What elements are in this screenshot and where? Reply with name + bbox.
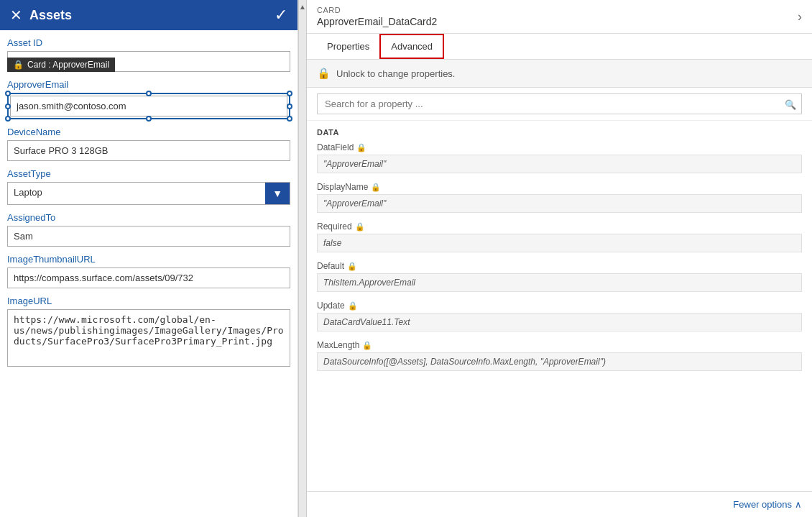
label-approverEmail: ApproverEmail <box>7 79 290 90</box>
right-footer: Fewer options ∧ <box>307 491 812 517</box>
middle-scrollbar: ▲ <box>298 0 307 517</box>
prop-label-required: Required 🔒 <box>317 221 802 232</box>
default-lock-icon: 🔒 <box>347 262 357 271</box>
lock-icon: 🔒 <box>317 67 331 80</box>
label-imageThumbnailURL: ImageThumbnailURL <box>7 254 290 265</box>
prop-maxLength: MaxLength 🔒 DataSourceInfo([@Assets], Da… <box>317 340 802 371</box>
label-assetType: AssetType <box>7 168 290 179</box>
handle-ml[interactable] <box>5 104 11 109</box>
input-approverEmail[interactable] <box>10 96 287 116</box>
left-content: Asset ID 🔒 Card : ApproverEmail Approver… <box>0 30 297 517</box>
handle-bc[interactable] <box>146 116 152 122</box>
maxLength-lock-icon: 🔒 <box>362 341 372 350</box>
displayName-lock-icon: 🔒 <box>371 183 381 192</box>
assetType-value: Laptop <box>8 183 265 204</box>
input-assignedTo[interactable] <box>7 226 290 247</box>
prop-label-default: Default 🔒 <box>317 261 802 271</box>
prop-value-maxLength: DataSourceInfo([@Assets], DataSourceInfo… <box>317 352 802 371</box>
field-imageURL: ImageURL https://www.microsoft.com/globa… <box>7 296 290 369</box>
close-button[interactable]: ✕ <box>10 8 22 22</box>
tooltip-text: Card : ApproverEmail <box>27 60 109 70</box>
prop-displayName: DisplayName 🔒 "ApproverEmail" <box>317 182 802 213</box>
data-section-label: DATA <box>317 128 802 137</box>
textarea-imageURL[interactable]: https://www.microsoft.com/global/en-us/n… <box>7 309 290 367</box>
update-lock-icon: 🔒 <box>348 301 358 311</box>
tooltip-lock-icon: 🔒 <box>13 60 24 70</box>
fewer-options-button[interactable]: Fewer options ∧ <box>733 499 802 510</box>
handle-tc[interactable] <box>146 91 152 96</box>
right-tabs: Properties Advanced <box>307 34 812 60</box>
search-icon: 🔍 <box>785 99 796 109</box>
prop-label-displayName: DisplayName 🔒 <box>317 182 802 192</box>
field-assignedTo: AssignedTo <box>7 212 290 247</box>
label-imageURL: ImageURL <box>7 296 290 306</box>
lock-text: Unlock to change properties. <box>336 68 455 79</box>
left-header-title: ✕ Assets <box>10 8 72 23</box>
nav-chevron-icon[interactable]: › <box>798 9 802 24</box>
left-panel: ✕ Assets ✓ Asset ID 🔒 Card : ApproverEma… <box>0 0 298 517</box>
left-header: ✕ Assets ✓ <box>0 0 297 30</box>
tab-properties[interactable]: Properties <box>317 34 379 59</box>
search-bar-container: 🔍 <box>307 88 812 121</box>
handle-bl[interactable] <box>5 116 11 122</box>
prop-label-update: Update 🔒 <box>317 301 802 311</box>
prop-value-update: DataCardValue11.Text <box>317 313 802 331</box>
assetType-select[interactable]: Laptop ▼ <box>7 182 290 205</box>
input-imageThumbnailURL[interactable] <box>7 267 290 288</box>
dataField-lock-icon: 🔒 <box>356 143 366 152</box>
prop-value-default: ThisItem.ApproverEmail <box>317 273 802 292</box>
field-imageThumbnailURL: ImageThumbnailURL <box>7 254 290 288</box>
input-deviceName[interactable] <box>7 140 290 161</box>
confirm-button[interactable]: ✓ <box>274 7 287 23</box>
card-info: CARD ApproverEmail_DataCard2 <box>317 6 437 27</box>
card-tooltip: 🔒 Card : ApproverEmail <box>7 58 115 72</box>
assetType-dropdown-button[interactable]: ▼ <box>265 183 290 204</box>
handle-tl[interactable] <box>5 91 11 96</box>
handle-br[interactable] <box>287 116 292 122</box>
search-wrapper: 🔍 <box>317 93 802 114</box>
handle-mr[interactable] <box>287 104 292 109</box>
panel-title: Assets <box>29 8 72 23</box>
prop-value-dataField: "ApproverEmail" <box>317 155 802 173</box>
prop-label-maxLength: MaxLength 🔒 <box>317 340 802 350</box>
approverEmail-card-border <box>7 93 290 119</box>
prop-default: Default 🔒 ThisItem.ApproverEmail <box>317 261 802 292</box>
prop-required: Required 🔒 false <box>317 221 802 252</box>
tab-advanced[interactable]: Advanced <box>379 34 444 59</box>
required-lock-icon: 🔒 <box>355 222 365 232</box>
card-section-label: CARD <box>317 6 437 14</box>
right-panel: CARD ApproverEmail_DataCard2 › Propertie… <box>307 0 812 517</box>
field-approverEmail: 🔒 Card : ApproverEmail ApproverEmail <box>7 79 290 119</box>
card-name: ApproverEmail_DataCard2 <box>317 16 437 27</box>
prop-label-dataField: DataField 🔒 <box>317 142 802 152</box>
prop-value-required: false <box>317 234 802 252</box>
prop-value-displayName: "ApproverEmail" <box>317 194 802 213</box>
lock-banner: 🔒 Unlock to change properties. <box>307 60 812 88</box>
prop-dataField: DataField 🔒 "ApproverEmail" <box>317 142 802 173</box>
label-deviceName: DeviceName <box>7 127 290 137</box>
right-content: DATA DataField 🔒 "ApproverEmail" Display… <box>307 121 812 491</box>
field-assetType: AssetType Laptop ▼ <box>7 168 290 205</box>
right-header: CARD ApproverEmail_DataCard2 › <box>307 0 812 34</box>
label-assignedTo: AssignedTo <box>7 212 290 223</box>
fewer-options-chevron-icon: ∧ <box>795 499 802 510</box>
field-deviceName: DeviceName <box>7 127 290 161</box>
prop-update: Update 🔒 DataCardValue11.Text <box>317 301 802 331</box>
handle-tr[interactable] <box>287 91 292 96</box>
scroll-up-arrow[interactable]: ▲ <box>299 3 306 11</box>
search-input[interactable] <box>317 93 802 114</box>
label-assetId: Asset ID <box>7 37 290 48</box>
fewer-options-label: Fewer options <box>733 499 792 510</box>
